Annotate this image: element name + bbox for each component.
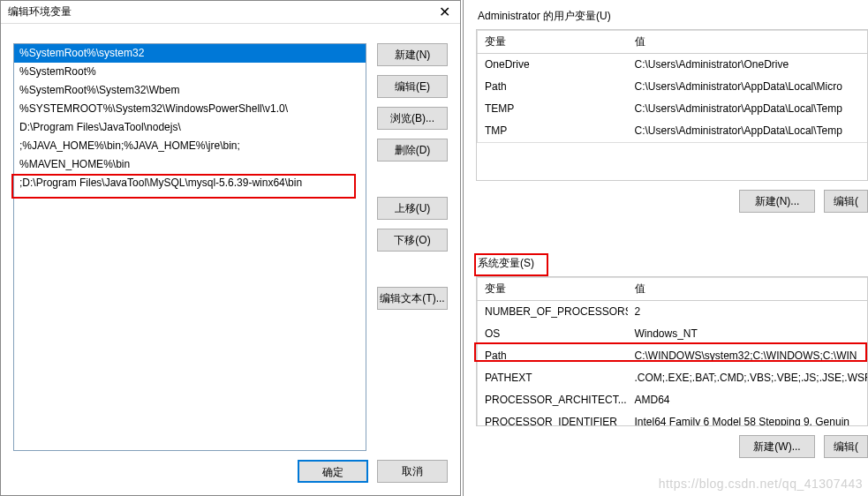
table-row[interactable]: OneDriveC:\Users\Administrator\OneDrive [478, 54, 869, 77]
new-sys-var-button[interactable]: 新建(W)... [739, 435, 815, 458]
new-user-var-button[interactable]: 新建(N)... [739, 190, 815, 213]
list-item[interactable]: ;D:\Program Files\JavaTool\MySQL\mysql-5… [14, 174, 366, 192]
table-row[interactable]: TEMPC:\Users\Administrator\AppData\Local… [478, 98, 869, 120]
browse-button[interactable]: 浏览(B)... [377, 107, 448, 130]
user-vars-table[interactable]: 变量 值 OneDriveC:\Users\Administrator\OneD… [477, 30, 868, 143]
list-item[interactable]: D:\Program Files\JavaTool\nodejs\ [14, 118, 366, 137]
table-row[interactable]: OSWindows_NT [478, 323, 869, 345]
table-row[interactable]: TMPC:\Users\Administrator\AppData\Local\… [478, 120, 869, 143]
move-down-button[interactable]: 下移(O) [377, 229, 448, 252]
system-vars-table[interactable]: 变量 值 NUMBER_OF_PROCESSORS2 OSWindows_NT … [477, 277, 868, 426]
env-vars-panel: Administrator 的用户变量(U) 变量 值 OneDriveC:\U… [463, 0, 868, 496]
close-icon[interactable]: ✕ [435, 4, 453, 20]
list-item[interactable]: %SystemRoot% [14, 63, 366, 81]
edit-text-button[interactable]: 编辑文本(T)... [377, 287, 448, 310]
user-vars-section: Administrator 的用户变量(U) 变量 值 OneDriveC:\U… [464, 0, 868, 247]
dialog-button-column: 新建(N) 编辑(E) 浏览(B)... 删除(D) 上移(U) 下移(O) 编… [377, 43, 448, 310]
column-header-var[interactable]: 变量 [478, 278, 628, 301]
table-row[interactable]: PROCESSOR_IDENTIFIERIntel64 Family 6 Mod… [478, 411, 869, 426]
list-item[interactable]: %SystemRoot%\system32 [14, 44, 366, 63]
ok-button[interactable]: 确定 [298, 460, 368, 483]
edit-env-var-dialog: 编辑环境变量 ✕ %SystemRoot%\system32 %SystemRo… [0, 0, 461, 496]
list-item[interactable]: %SystemRoot%\System32\Wbem [14, 81, 366, 100]
system-vars-label: 系统变量(S) [464, 247, 868, 276]
table-row[interactable]: NUMBER_OF_PROCESSORS2 [478, 301, 869, 324]
column-header-val[interactable]: 值 [628, 278, 869, 301]
column-header-val[interactable]: 值 [628, 31, 869, 54]
edit-button[interactable]: 编辑(E) [377, 75, 448, 98]
path-listbox[interactable]: %SystemRoot%\system32 %SystemRoot% %Syst… [13, 43, 366, 451]
user-vars-label: Administrator 的用户变量(U) [464, 0, 868, 29]
table-row[interactable]: PROCESSOR_ARCHITECT...AMD64 [478, 389, 869, 411]
dialog-title: 编辑环境变量 [8, 4, 72, 19]
column-header-var[interactable]: 变量 [478, 31, 628, 54]
table-row[interactable]: PathC:\Users\Administrator\AppData\Local… [478, 76, 869, 98]
cancel-button[interactable]: 取消 [377, 460, 448, 483]
dialog-titlebar: 编辑环境变量 ✕ [1, 1, 460, 24]
delete-button[interactable]: 删除(D) [377, 139, 448, 162]
list-item[interactable]: ;%JAVA_HOME%\bin;%JAVA_HOME%\jre\bin; [14, 137, 366, 155]
table-row[interactable]: PATHEXT.COM;.EXE;.BAT;.CMD;.VBS;.VBE;.JS… [478, 367, 869, 389]
edit-user-var-button[interactable]: 编辑( [824, 190, 868, 213]
dialog-bottom-buttons: 确定 取消 [298, 460, 448, 483]
table-row[interactable]: PathC:\WINDOWS\system32;C:\WINDOWS;C:\WI… [478, 345, 869, 367]
system-vars-section: 系统变量(S) 变量 值 NUMBER_OF_PROCESSORS2 OSWin… [464, 247, 868, 458]
dialog-content: %SystemRoot%\system32 %SystemRoot% %Syst… [1, 24, 460, 495]
edit-sys-var-button[interactable]: 编辑( [824, 435, 868, 458]
system-vars-buttons: 新建(W)... 编辑( [476, 426, 868, 458]
user-vars-buttons: 新建(N)... 编辑( [476, 181, 868, 213]
list-item[interactable]: %MAVEN_HOME%\bin [14, 155, 366, 174]
move-up-button[interactable]: 上移(U) [377, 197, 448, 220]
new-button[interactable]: 新建(N) [377, 43, 448, 66]
list-item[interactable]: %SYSTEMROOT%\System32\WindowsPowerShell\… [14, 100, 366, 118]
